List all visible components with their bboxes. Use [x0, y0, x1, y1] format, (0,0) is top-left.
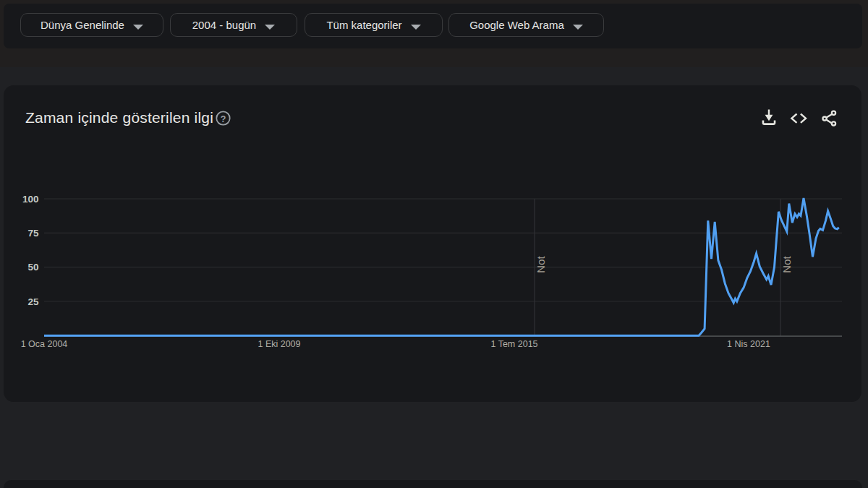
svg-text:75: 75 [27, 228, 39, 239]
svg-text:50: 50 [27, 262, 38, 273]
svg-text:Not: Not [780, 255, 793, 273]
svg-text:?: ? [221, 114, 226, 124]
svg-text:1 Oca 2004: 1 Oca 2004 [21, 339, 68, 349]
svg-text:25: 25 [27, 296, 39, 307]
svg-text:1 Nis 2021: 1 Nis 2021 [727, 339, 770, 349]
svg-text:100: 100 [22, 194, 39, 205]
svg-text:1 Tem 2015: 1 Tem 2015 [490, 339, 537, 349]
svg-text:Not: Not [535, 255, 547, 273]
svg-text:1 Eki 2009: 1 Eki 2009 [258, 339, 300, 349]
